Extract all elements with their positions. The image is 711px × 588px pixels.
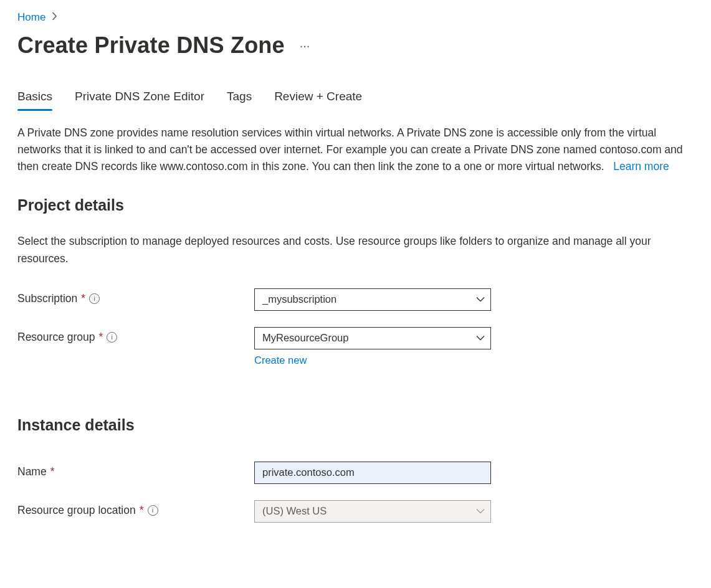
tab-basics[interactable]: Basics	[17, 86, 52, 110]
info-icon[interactable]: i	[89, 293, 100, 304]
tabs: Basics Private DNS Zone Editor Tags Revi…	[17, 86, 694, 110]
name-label-text: Name	[17, 465, 47, 478]
more-actions-button[interactable]: ···	[296, 39, 314, 52]
required-indicator: *	[50, 465, 55, 478]
resource-group-row: Resource group * i MyResourceGroup Creat…	[17, 327, 694, 366]
page-title: Create Private DNS Zone	[17, 32, 285, 59]
required-indicator: *	[140, 504, 144, 517]
breadcrumb: Home	[17, 11, 694, 24]
subscription-label: Subscription * i	[17, 288, 254, 305]
breadcrumb-home-link[interactable]: Home	[17, 11, 45, 24]
project-details-subtext: Select the subscription to manage deploy…	[17, 233, 694, 267]
resource-group-select-value: MyResourceGroup	[262, 332, 348, 344]
learn-more-link[interactable]: Learn more	[613, 160, 669, 173]
resource-group-label-text: Resource group	[17, 331, 95, 344]
subscription-row: Subscription * i _mysubscription	[17, 288, 694, 311]
subscription-select-value: _mysubscription	[262, 293, 336, 305]
required-indicator: *	[81, 292, 85, 305]
info-icon[interactable]: i	[107, 332, 117, 343]
name-label: Name *	[17, 462, 254, 478]
resource-group-label: Resource group * i	[17, 327, 254, 344]
page-title-row: Create Private DNS Zone ···	[17, 32, 694, 59]
location-label: Resource group location * i	[17, 500, 254, 517]
info-icon[interactable]: i	[148, 505, 158, 516]
subscription-select[interactable]: _mysubscription	[254, 288, 491, 311]
location-select-value: (US) West US	[262, 505, 327, 517]
resource-group-select[interactable]: MyResourceGroup	[254, 327, 491, 349]
name-input[interactable]	[254, 462, 491, 484]
location-row: Resource group location * i (US) West US	[17, 500, 694, 523]
project-details-heading: Project details	[17, 196, 694, 214]
intro-description: A Private DNS zone provides name resolut…	[17, 125, 694, 175]
tab-tags[interactable]: Tags	[227, 86, 252, 110]
tab-private-dns-zone-editor[interactable]: Private DNS Zone Editor	[75, 86, 204, 110]
chevron-right-icon	[52, 11, 57, 24]
create-new-resource-group-link[interactable]: Create new	[254, 354, 307, 366]
location-select: (US) West US	[254, 500, 491, 523]
subscription-label-text: Subscription	[17, 292, 77, 305]
intro-text: A Private DNS zone provides name resolut…	[17, 126, 683, 173]
required-indicator: *	[99, 331, 103, 344]
tab-review-create[interactable]: Review + Create	[274, 86, 362, 110]
instance-details-heading: Instance details	[17, 416, 694, 434]
location-label-text: Resource group location	[17, 504, 136, 517]
name-row: Name *	[17, 462, 694, 484]
